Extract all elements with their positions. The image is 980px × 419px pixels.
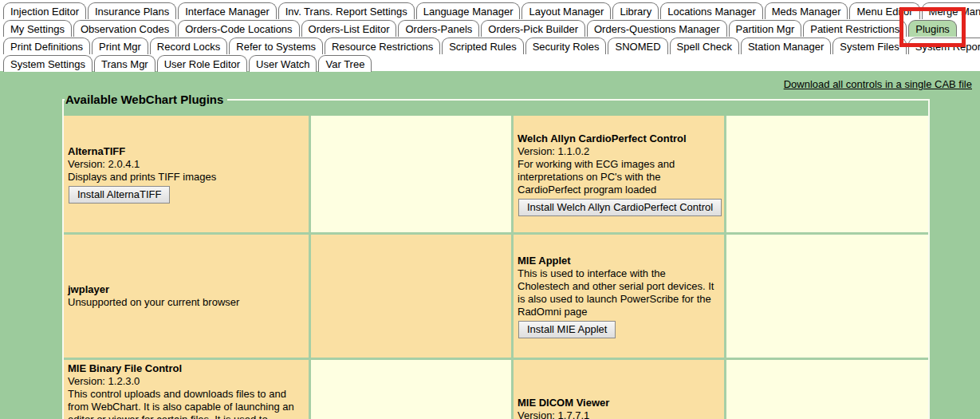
tab[interactable]: User Watch xyxy=(249,55,317,72)
tab[interactable]: Partition Mgr xyxy=(729,20,802,37)
plugin-description: Displays and prints TIFF images xyxy=(68,171,305,184)
tab[interactable]: Orders-Pick Builder xyxy=(481,20,585,37)
install-welch-allyn-button[interactable]: Install Welch Allyn CardioPerfect Contro… xyxy=(518,199,722,216)
tab[interactable]: My Settings xyxy=(3,20,72,37)
empty-cell xyxy=(726,116,928,232)
tab[interactable]: Inv. Trans. Report Settings xyxy=(278,2,415,19)
available-plugins-fieldset: Available WebChart Plugins AlternaTIFF V… xyxy=(62,93,930,419)
tab[interactable]: Orders-Panels xyxy=(398,20,479,37)
empty-cell xyxy=(311,116,511,232)
tab-row-2: My SettingsObservation CodesOrders-Code … xyxy=(0,19,980,37)
tab[interactable]: Trans Mgr xyxy=(94,55,155,72)
tab-row-4: System SettingsTrans MgrUser Role Editor… xyxy=(0,54,980,72)
plugin-title: Welch Allyn CardioPerfect Control xyxy=(518,132,720,145)
tab[interactable]: Observation Codes xyxy=(73,20,176,37)
tab-plugins[interactable]: Plugins xyxy=(908,20,957,37)
tab[interactable]: Locations Manager xyxy=(660,2,763,19)
tab[interactable]: Security Roles xyxy=(525,38,607,54)
tab[interactable]: Station Manager xyxy=(741,38,831,54)
tab[interactable]: System Report xyxy=(908,38,980,54)
tab[interactable]: User Role Editor xyxy=(157,55,247,72)
plugin-title: jwplayer xyxy=(68,283,305,296)
plugin-cell-jwplayer: jwplayer Unsupported on your current bro… xyxy=(64,235,309,358)
plugin-title: MIE Applet xyxy=(518,255,720,267)
plugin-version: Version: 2.0.4.1 xyxy=(68,158,305,171)
tab[interactable]: Menu Editor xyxy=(849,2,919,19)
tab[interactable]: Print Definitions xyxy=(3,38,90,54)
tab-plugins-label: Plugins xyxy=(915,23,950,35)
tab[interactable]: Patient Restrictions xyxy=(803,20,907,37)
plugin-description: This control uploads and downloads files… xyxy=(68,388,305,419)
empty-cell xyxy=(726,360,928,419)
tab[interactable]: Refer to Systems xyxy=(229,38,323,54)
download-cab-link[interactable]: Download all controls in a single CAB fi… xyxy=(784,78,972,90)
tab-row-1: Injection EditorInsurance PlansInterface… xyxy=(0,2,980,19)
plugin-cell-welch-allyn: Welch Allyn CardioPerfect Control Versio… xyxy=(514,116,724,232)
plugin-description: Unsupported on your current browser xyxy=(68,296,305,309)
tab[interactable]: Scripted Rules xyxy=(442,38,524,54)
tab[interactable]: Layout Manager xyxy=(521,2,611,19)
tab[interactable]: Injection Editor xyxy=(3,2,86,19)
tab[interactable]: Meds Manager xyxy=(765,2,848,19)
install-alternatiff-button[interactable]: Install AlternaTIFF xyxy=(69,186,170,204)
plugins-table: AlternaTIFF Version: 2.0.4.1 Displays an… xyxy=(64,116,928,419)
plugin-cell-mie-dicom: MIE DICOM Viewer Version: 1.7.7.1 Displa… xyxy=(514,360,724,419)
empty-cell xyxy=(311,360,511,419)
plugins-legend: Available WebChart Plugins xyxy=(65,93,227,106)
tab[interactable]: SNOMED xyxy=(608,38,667,54)
plugin-version: Version: 1.7.7.1 xyxy=(518,409,720,419)
tab[interactable]: System Files xyxy=(832,38,906,54)
download-row: Download all controls in a single CAB fi… xyxy=(0,71,980,93)
tab-strip: Injection EditorInsurance PlansInterface… xyxy=(0,0,980,71)
tab[interactable]: Merge Manager xyxy=(922,2,980,19)
tab[interactable]: Spell Check xyxy=(670,38,739,54)
empty-cell xyxy=(311,235,511,358)
empty-cell xyxy=(726,235,928,358)
plugin-cell-mie-binary: MIE Binary File Control Version: 1.2.3.0… xyxy=(64,360,309,419)
tab[interactable]: Orders-List Editor xyxy=(301,20,397,37)
plugin-title: AlternaTIFF xyxy=(68,145,305,158)
plugin-cell-alternatiff: AlternaTIFF Version: 2.0.4.1 Displays an… xyxy=(64,116,309,232)
tab[interactable]: Language Manager xyxy=(416,2,521,19)
plugin-description: This is used to interface with the Chole… xyxy=(518,267,720,318)
tab[interactable]: System Settings xyxy=(3,55,92,72)
plugin-version: Version: 1.1.0.2 xyxy=(518,145,720,158)
tab[interactable]: Resource Restrictions xyxy=(325,38,440,54)
tab[interactable]: Interface Manager xyxy=(178,2,277,19)
plugin-description: For working with ECG images and interpre… xyxy=(518,158,720,196)
plugin-title: MIE Binary File Control xyxy=(68,362,305,375)
tab[interactable]: Library xyxy=(612,2,659,19)
tab[interactable]: Record Locks xyxy=(150,38,227,54)
plugin-title: MIE DICOM Viewer xyxy=(518,397,720,409)
tab[interactable]: Orders-Code Locations xyxy=(178,20,299,37)
plugin-cell-mie-applet: MIE Applet This is used to interface wit… xyxy=(514,235,724,358)
install-mie-applet-button[interactable]: Install MIE Applet xyxy=(518,321,616,338)
plugin-version: Version: 1.2.3.0 xyxy=(68,375,305,388)
tab-row-3: Print DefinitionsPrint MgrRecord LocksRe… xyxy=(0,37,980,54)
tab[interactable]: Print Mgr xyxy=(92,38,148,54)
tab[interactable]: Var Tree xyxy=(318,55,372,72)
tab[interactable]: Orders-Questions Manager xyxy=(587,20,727,37)
tab[interactable]: Insurance Plans xyxy=(88,2,176,19)
